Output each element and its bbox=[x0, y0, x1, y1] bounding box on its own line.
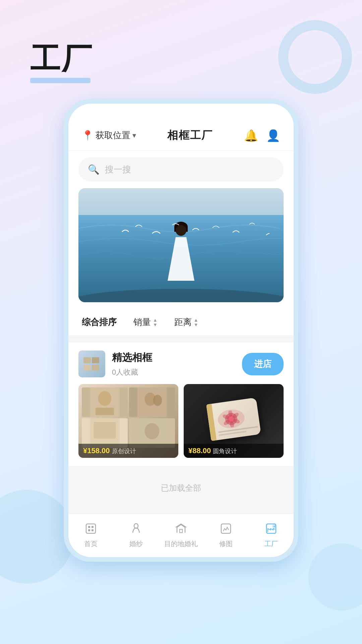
figure-dress bbox=[168, 237, 194, 281]
location-label: 获取位置 bbox=[96, 129, 130, 141]
svg-rect-6 bbox=[96, 408, 114, 415]
shop-avatar bbox=[78, 351, 105, 377]
svg-rect-26 bbox=[88, 529, 90, 531]
product-grid: ¥158.00 原创设计 bbox=[78, 384, 284, 458]
bg-circle-bottom-right bbox=[308, 543, 362, 610]
user-icon[interactable]: 👤 bbox=[266, 129, 280, 142]
nav-label-retouch: 修图 bbox=[219, 539, 233, 548]
nav-item-factory[interactable]: 工厂 bbox=[249, 523, 294, 548]
svg-rect-11 bbox=[94, 422, 116, 439]
page-title-underline bbox=[30, 78, 90, 83]
nav-label-factory: 工厂 bbox=[264, 539, 278, 548]
product-1-price-badge: ¥158.00 原创设计 bbox=[78, 444, 178, 458]
product2-content bbox=[184, 391, 284, 448]
load-all-label: 已加载全部 bbox=[68, 473, 294, 503]
seagulls bbox=[105, 222, 269, 242]
nav-icon-home bbox=[85, 523, 97, 537]
bg-circle-bottom-left bbox=[0, 490, 74, 584]
svg-point-5 bbox=[98, 391, 112, 406]
bottom-nav: 首页 婚纱 目的地婚礼 bbox=[68, 514, 294, 557]
product-2-price: ¥88.00 bbox=[188, 446, 211, 455]
svg-rect-23 bbox=[86, 524, 96, 533]
location-icon: 📍 bbox=[82, 130, 94, 141]
nav-label-wedding-dress: 婚纱 bbox=[129, 539, 143, 548]
svg-rect-0 bbox=[83, 357, 91, 363]
svg-rect-27 bbox=[92, 529, 94, 531]
svg-rect-29 bbox=[180, 529, 182, 533]
bg-circle-top-right bbox=[278, 20, 352, 94]
sort-tab-overall[interactable]: 综合排序 bbox=[82, 316, 117, 328]
shop-detail: 精选相框 0人收藏 bbox=[112, 351, 152, 377]
shop-collect-count: 0人收藏 bbox=[112, 367, 152, 377]
chevron-down-icon: ▾ bbox=[132, 131, 136, 140]
phone-screen: 📍 获取位置 ▾ 相框工厂 🔔 👤 🔍 搜一搜 bbox=[68, 104, 294, 557]
bell-icon[interactable]: 🔔 bbox=[244, 129, 258, 142]
collage-cell-1 bbox=[82, 387, 128, 417]
nav-icon-factory bbox=[265, 523, 277, 537]
product-card-2[interactable]: ¥88.00 圆角设计 bbox=[184, 384, 284, 458]
product-1-price: ¥158.00 bbox=[83, 446, 110, 455]
search-input[interactable]: 搜一搜 bbox=[105, 164, 131, 175]
svg-rect-25 bbox=[92, 526, 94, 528]
product-collage bbox=[82, 387, 175, 448]
nav-item-home[interactable]: 首页 bbox=[68, 523, 113, 548]
status-bar bbox=[68, 104, 294, 120]
app-header: 📍 获取位置 ▾ 相框工厂 🔔 👤 bbox=[68, 120, 294, 151]
search-bar[interactable]: 🔍 搜一搜 bbox=[78, 157, 284, 181]
header-icons: 🔔 👤 bbox=[244, 129, 280, 142]
sort-tab-distance-label: 距离 bbox=[174, 316, 192, 328]
sort-tabs: 综合排序 销量 ▲▼ 距离 ▲▼ bbox=[68, 309, 294, 336]
shop-card: 精选相框 0人收藏 进店 bbox=[68, 342, 294, 466]
svg-rect-1 bbox=[92, 357, 99, 363]
sort-arrows-distance: ▲▼ bbox=[194, 318, 198, 327]
nav-label-destination-wedding: 目的地婚礼 bbox=[164, 539, 198, 548]
search-icon: 🔍 bbox=[88, 164, 100, 175]
page-title: 工厂 bbox=[30, 44, 93, 74]
phone-mockup: 📍 获取位置 ▾ 相框工厂 🔔 👤 🔍 搜一搜 bbox=[64, 99, 298, 562]
shop-header: 精选相框 0人收藏 进店 bbox=[78, 351, 284, 377]
sort-tab-distance[interactable]: 距离 ▲▼ bbox=[174, 316, 198, 328]
nav-item-destination-wedding[interactable]: 目的地婚礼 bbox=[159, 523, 203, 548]
svg-point-32 bbox=[273, 525, 276, 528]
banner-image bbox=[78, 188, 284, 302]
product-1-desc: 原创设计 bbox=[112, 448, 136, 454]
svg-point-9 bbox=[153, 395, 162, 406]
svg-rect-2 bbox=[83, 365, 91, 371]
product-2-desc: 圆角设计 bbox=[213, 448, 237, 454]
nav-icon-destination-wedding bbox=[175, 523, 187, 537]
product-2-price-badge: ¥88.00 圆角设计 bbox=[184, 444, 284, 458]
sort-arrows-sales: ▲▼ bbox=[153, 318, 158, 327]
product-card-1[interactable]: ¥158.00 原创设计 bbox=[78, 384, 178, 458]
sort-tab-overall-label: 综合排序 bbox=[82, 316, 117, 328]
nav-label-home: 首页 bbox=[84, 539, 98, 548]
svg-rect-30 bbox=[221, 524, 231, 533]
collage-cell-4 bbox=[129, 418, 175, 448]
location-button[interactable]: 📍 获取位置 ▾ bbox=[82, 129, 136, 141]
shop-avatar-inner bbox=[78, 351, 105, 377]
nav-item-wedding-dress[interactable]: 婚纱 bbox=[113, 523, 158, 548]
sort-tab-sales-label: 销量 bbox=[133, 316, 151, 328]
svg-point-13 bbox=[145, 423, 160, 439]
nav-icon-wedding-dress bbox=[130, 523, 142, 537]
enter-shop-button[interactable]: 进店 bbox=[242, 353, 284, 375]
nav-item-retouch[interactable]: 修图 bbox=[203, 523, 248, 548]
shop-name: 精选相框 bbox=[112, 351, 152, 365]
app-title: 相框工厂 bbox=[167, 128, 213, 143]
sort-tab-sales[interactable]: 销量 ▲▼ bbox=[133, 316, 158, 328]
collage-cell-2 bbox=[129, 387, 175, 417]
nav-icon-retouch bbox=[220, 523, 232, 537]
collage-cell-3 bbox=[82, 418, 128, 448]
svg-rect-3 bbox=[92, 365, 99, 371]
svg-rect-24 bbox=[88, 526, 90, 528]
shop-info: 精选相框 0人收藏 bbox=[78, 351, 152, 377]
content-area: 精选相框 0人收藏 进店 bbox=[68, 336, 294, 514]
